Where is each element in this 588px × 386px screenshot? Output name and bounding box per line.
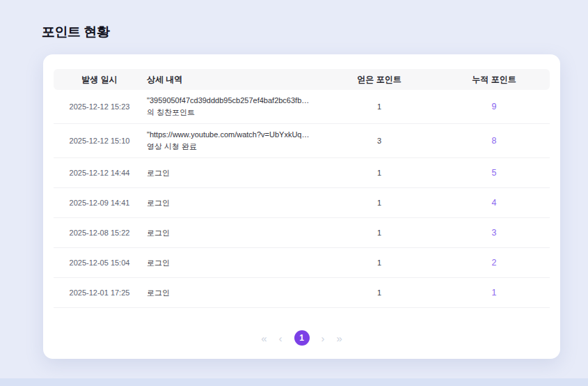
cell-detail: 로그인 xyxy=(145,197,320,209)
table-row: 2025-12-12 14:44 로그인 1 5 xyxy=(54,158,550,188)
cell-accumulated-points: 3 xyxy=(438,228,550,238)
pagination-last-button[interactable]: » xyxy=(335,332,344,345)
cell-earned-points: 3 xyxy=(320,137,438,145)
cell-earned-points: 1 xyxy=(320,258,438,267)
cell-accumulated-points: 4 xyxy=(438,198,550,208)
cell-detail: 로그인 xyxy=(145,257,320,269)
cell-datetime: 2025-12-12 14:44 xyxy=(54,169,145,177)
table-row: 2025-12-01 17:25 로그인 1 1 xyxy=(54,278,550,308)
detail-line-1: 로그인 xyxy=(147,257,320,269)
detail-line-1: 로그인 xyxy=(147,287,320,299)
cell-accumulated-points: 9 xyxy=(438,102,550,111)
detail-line-1: 로그인 xyxy=(147,167,320,179)
cell-accumulated-points: 5 xyxy=(438,168,550,178)
cell-datetime: 2025-12-12 15:23 xyxy=(54,102,145,111)
cell-earned-points: 1 xyxy=(320,199,438,207)
pagination-first-button[interactable]: « xyxy=(259,332,269,345)
cell-datetime: 2025-12-12 15:10 xyxy=(54,137,145,145)
cell-accumulated-points: 1 xyxy=(438,288,550,298)
page-title: 포인트 현황 xyxy=(42,23,109,41)
pagination-prev-button[interactable]: ‹ xyxy=(277,332,285,345)
table-row: 2025-12-05 15:04 로그인 1 2 xyxy=(54,248,550,278)
cell-detail: "https://www.youtube.com/watch?v=UbYxkUq… xyxy=(145,129,320,153)
detail-line-2: 영상 시청 완료 xyxy=(147,141,320,153)
detail-line-1: "https://www.youtube.com/watch?v=UbYxkUq… xyxy=(147,129,320,141)
cell-datetime: 2025-12-01 17:25 xyxy=(54,288,145,297)
pagination-current-page-button[interactable]: 1 xyxy=(294,330,310,346)
cell-accumulated-points: 8 xyxy=(438,136,550,146)
detail-line-1: 로그인 xyxy=(147,227,320,239)
cell-detail: "3959050f47cd39dddb95cb257ef4baf2bc63fb…… xyxy=(145,95,320,118)
detail-line-1: 로그인 xyxy=(147,197,320,209)
table-row: 2025-12-08 15:22 로그인 1 3 xyxy=(54,218,550,248)
cell-earned-points: 1 xyxy=(320,102,438,111)
detail-line-1: "3959050f47cd39dddb95cb257ef4baf2bc63fb… xyxy=(147,95,320,107)
column-header-earned-points: 얻은 포인트 xyxy=(320,74,438,86)
table-header-row: 발생 일시 상세 내역 얻은 포인트 누적 포인트 xyxy=(54,69,550,90)
cell-detail: 로그인 xyxy=(145,227,320,239)
bottom-band xyxy=(0,378,588,386)
points-history-card: 발생 일시 상세 내역 얻은 포인트 누적 포인트 2025-12-12 15:… xyxy=(43,54,560,359)
table-row: 2025-12-09 14:41 로그인 1 4 xyxy=(54,188,550,218)
column-header-accumulated-points: 누적 포인트 xyxy=(438,74,550,86)
table-row: 2025-12-12 15:23 "3959050f47cd39dddb95cb… xyxy=(54,90,550,124)
cell-earned-points: 1 xyxy=(320,169,438,177)
cell-accumulated-points: 2 xyxy=(438,258,550,268)
cell-earned-points: 1 xyxy=(320,229,438,237)
pagination-next-button[interactable]: › xyxy=(319,332,327,345)
table-row: 2025-12-12 15:10 "https://www.youtube.co… xyxy=(54,124,550,158)
column-header-datetime: 발생 일시 xyxy=(54,74,145,86)
column-header-detail: 상세 내역 xyxy=(145,74,320,86)
cell-datetime: 2025-12-08 15:22 xyxy=(54,229,145,237)
cell-detail: 로그인 xyxy=(145,287,320,299)
pagination: « ‹ 1 › » xyxy=(43,330,560,346)
cell-datetime: 2025-12-05 15:04 xyxy=(54,258,145,267)
cell-datetime: 2025-12-09 14:41 xyxy=(54,199,145,207)
cell-earned-points: 1 xyxy=(320,288,438,297)
cell-detail: 로그인 xyxy=(145,167,320,179)
detail-line-2: 의 칭찬포인트 xyxy=(147,107,320,118)
